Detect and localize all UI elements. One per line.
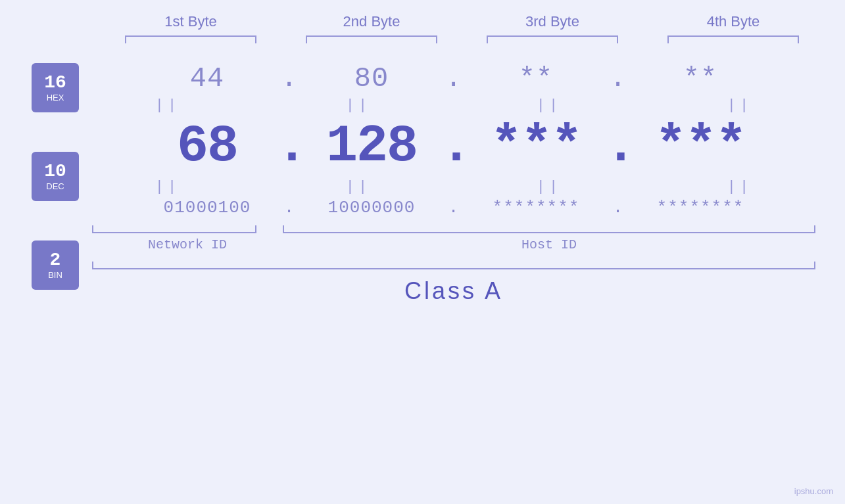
bin-b1: 01000100 <box>138 198 276 218</box>
hex-b3: ** <box>467 63 605 95</box>
byte3-label: 3rd Byte <box>483 13 621 30</box>
network-bracket <box>92 225 256 233</box>
dec-badge: 10 DEC <box>32 152 79 201</box>
eq1-b2: || <box>289 97 427 114</box>
dec-b2: 128 <box>302 116 441 176</box>
header-row: 1st Byte 2nd Byte 3rd Byte 4th Byte <box>101 13 824 30</box>
network-host-labels: Network ID Host ID <box>92 237 815 252</box>
byte2-label: 2nd Byte <box>302 13 441 30</box>
class-label: Class A <box>92 277 815 305</box>
dec-b4: *** <box>631 116 769 176</box>
hex-badge-number: 16 <box>44 73 66 93</box>
bin-dot2: . <box>441 198 467 218</box>
dec-b3: *** <box>467 116 605 176</box>
bin-dot3: . <box>605 198 631 218</box>
dec-badge-label: DEC <box>46 181 64 191</box>
hex-dot1: . <box>276 63 302 95</box>
hex-b4: ** <box>631 63 769 95</box>
content-area: 16 HEX 10 DEC 2 BIN 44 . 80 . ** . ** <box>0 57 845 305</box>
host-bracket <box>283 225 815 233</box>
hex-badge: 16 HEX <box>32 63 79 112</box>
byte1-label: 1st Byte <box>122 13 260 30</box>
bin-b4: ******** <box>631 198 769 218</box>
bracket-byte4 <box>667 35 799 43</box>
full-bracket <box>92 262 815 269</box>
bracket-byte1 <box>125 35 256 43</box>
equals-row-1: || || || || <box>92 97 815 114</box>
bin-b3: ******** <box>467 198 605 218</box>
byte4-label: 4th Byte <box>664 13 802 30</box>
bracket-byte3 <box>487 35 618 43</box>
watermark: ipshu.com <box>794 486 833 496</box>
bottom-bracket-row <box>92 225 815 233</box>
dec-row: 68 . 128 . *** . *** <box>92 116 815 176</box>
eq2-b4: || <box>671 179 809 195</box>
eq1-b1: || <box>99 97 237 114</box>
eq1-b3: || <box>480 97 618 114</box>
bracket-byte2 <box>306 35 437 43</box>
dec-dot2: . <box>441 116 467 176</box>
eq2-b3: || <box>480 179 618 195</box>
hex-b1: 44 <box>138 63 276 95</box>
dec-badge-number: 10 <box>44 162 66 182</box>
bin-badge: 2 BIN <box>32 241 79 290</box>
hex-badge-label: HEX <box>47 93 64 103</box>
bin-row: 01000100 . 10000000 . ******** . *******… <box>92 198 815 218</box>
bin-badge-number: 2 <box>50 250 61 271</box>
bin-badge-label: BIN <box>48 270 62 280</box>
bin-dot1: . <box>276 198 302 218</box>
hex-dot3: . <box>605 63 631 95</box>
hex-b2: 80 <box>302 63 441 95</box>
data-section: 44 . 80 . ** . ** || || || || 68 <box>92 63 815 305</box>
hex-dot2: . <box>441 63 467 95</box>
eq1-b4: || <box>671 97 809 114</box>
equals-row-2: || || || || <box>92 179 815 195</box>
dec-dot3: . <box>605 116 631 176</box>
hex-row: 44 . 80 . ** . ** <box>92 63 815 95</box>
dec-b1: 68 <box>138 116 276 176</box>
main-container: 1st Byte 2nd Byte 3rd Byte 4th Byte 16 H… <box>0 0 845 504</box>
bin-b2: 10000000 <box>302 198 441 218</box>
dec-dot1: . <box>276 116 302 176</box>
network-id-label: Network ID <box>92 237 283 252</box>
eq2-b1: || <box>99 179 237 195</box>
host-id-label: Host ID <box>283 237 815 252</box>
badge-column: 16 HEX 10 DEC 2 BIN <box>32 63 79 290</box>
eq2-b2: || <box>289 179 427 195</box>
top-bracket-row <box>101 35 824 43</box>
